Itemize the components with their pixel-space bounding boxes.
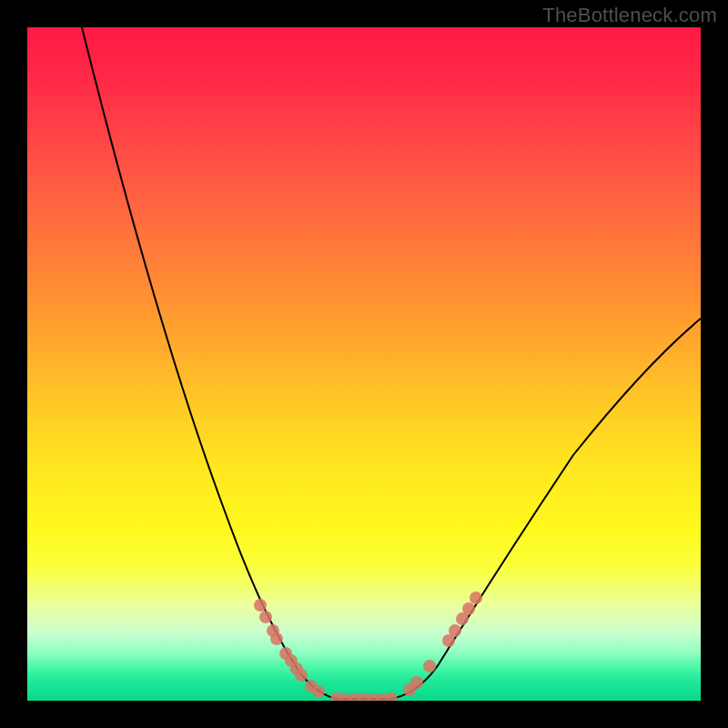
data-point [386,693,398,702]
data-point [462,602,475,615]
plot-area [27,27,701,701]
data-point [254,599,267,612]
data-point [470,592,482,604]
data-point [423,660,436,672]
data-markers [254,592,482,701]
attribution-label: TheBottleneck.com [542,4,717,27]
data-point [449,624,461,637]
curve-svg [27,27,701,701]
data-point [410,676,423,689]
data-point [270,632,283,645]
bottleneck-curve-right [391,318,701,699]
data-point [312,685,325,698]
data-point [295,669,308,682]
data-point [259,611,272,623]
bottleneck-curve-left [82,27,337,699]
chart-frame: TheBottleneck.com [0,0,728,728]
